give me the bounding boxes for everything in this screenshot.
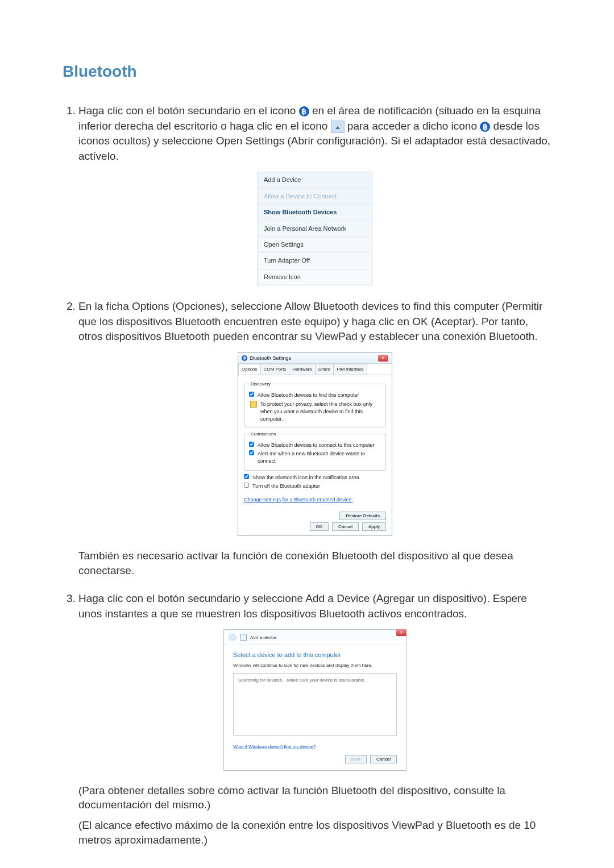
change-settings-link[interactable]: Change settings for a Bluetooth enabled … (244, 496, 353, 504)
tab-options[interactable]: Options (238, 364, 261, 374)
cancel-button[interactable]: Cancel (370, 755, 397, 763)
context-menu-item[interactable]: Join a Personal Area Network (258, 221, 372, 237)
tab-pim-interface[interactable]: PIM Interface (333, 364, 367, 374)
chk-connect[interactable] (249, 442, 254, 447)
step-3: Haga clic con el botón secundario y sele… (78, 591, 551, 847)
searching-text: Searching for devices... Make sure your … (238, 678, 366, 683)
bluetooth-icon: ฿ (299, 106, 309, 117)
context-menu-item[interactable]: Allow a Device to Connect (258, 189, 372, 205)
step-1-mid2: para acceder a dicho icono (347, 120, 480, 132)
next-button[interactable]: Next (345, 755, 367, 763)
step-2-text: En la ficha Options (Opciones), seleccio… (78, 299, 551, 344)
device-list-panel: Searching for devices... Make sure your … (233, 673, 397, 736)
close-button[interactable]: ✕ (378, 355, 388, 362)
bluetooth-settings-dialog: ฿ Bluetooth Settings ✕ OptionsCOM PortsH… (238, 352, 392, 536)
tab-hardware[interactable]: Hardware (289, 364, 316, 374)
context-menu-item[interactable]: Show Bluetooth Devices (258, 205, 372, 221)
close-button[interactable]: ✕ (396, 629, 406, 636)
step-2: En la ficha Options (Opciones), seleccio… (78, 299, 551, 578)
chk-find[interactable] (249, 392, 254, 397)
section-title: Bluetooth (63, 63, 551, 81)
context-menu: Add a DeviceAllow a Device to ConnectSho… (258, 172, 372, 285)
context-menu-item[interactable]: Open Settings (258, 237, 372, 253)
step-3-text: Haga clic con el botón secundario y sele… (78, 591, 551, 621)
step-2-note: También es necesario activar la función … (78, 549, 551, 578)
context-menu-item[interactable]: Turn Adapter Off (258, 253, 372, 269)
help-link[interactable]: What if Windows doesn't find my device? (233, 744, 316, 750)
step-3-note1: (Para obtener detalles sobre cómo activa… (78, 783, 551, 812)
chk-alert-label: Alert me when a new Bluetooth device wan… (258, 450, 381, 464)
discovery-legend: Discovery (249, 381, 272, 387)
connections-legend: Connections (249, 431, 277, 437)
add-device-dialog: ✕ Add a device Select a device to add to… (223, 629, 406, 770)
chk-show-icon[interactable] (244, 474, 249, 479)
chk-show-icon-label: Show the Bluetooth icon in the notificat… (252, 474, 359, 481)
tab-com-ports[interactable]: COM Ports (260, 364, 290, 374)
chk-alert[interactable] (249, 450, 254, 455)
context-menu-item[interactable]: Add a Device (258, 172, 372, 188)
dialog-title: Bluetooth Settings (250, 355, 291, 362)
step-1-pre1: Haga clic con el botón secundario en el … (78, 105, 299, 117)
context-menu-item[interactable]: Remove Icon (258, 269, 372, 285)
bluetooth-icon: ฿ (480, 122, 490, 132)
add-device-sub: Windows will continue to look for new de… (233, 662, 397, 668)
apply-button[interactable]: Apply (362, 522, 386, 531)
chk-find-label: Allow Bluetooth devices to find this com… (258, 392, 359, 399)
crumb-text: Add a device (250, 634, 276, 641)
chk-turn-off-label: Turn off the Bluetooth adapter (252, 483, 320, 490)
warning-icon (250, 401, 257, 408)
warning-text: To protect your privacy, select this che… (260, 401, 381, 422)
device-icon (240, 634, 247, 641)
bluetooth-icon: ฿ (242, 355, 247, 361)
back-icon[interactable] (229, 633, 237, 641)
restore-defaults-button[interactable]: Restore Defaults (339, 512, 386, 520)
cancel-button[interactable]: Cancel (332, 522, 359, 531)
chk-turn-off[interactable] (244, 483, 249, 488)
add-device-heading: Select a device to add to this computer (233, 651, 397, 659)
ok-button[interactable]: OK (310, 522, 329, 531)
tab-share[interactable]: Share (315, 364, 334, 374)
tray-arrow-icon (331, 121, 345, 133)
chk-connect-label: Allow Bluetooth devices to connect to th… (258, 442, 375, 449)
step-3-note2: (El alcance efectivo máximo de la conexi… (78, 818, 551, 847)
step-1: Haga clic con el botón secundario en el … (78, 103, 551, 285)
